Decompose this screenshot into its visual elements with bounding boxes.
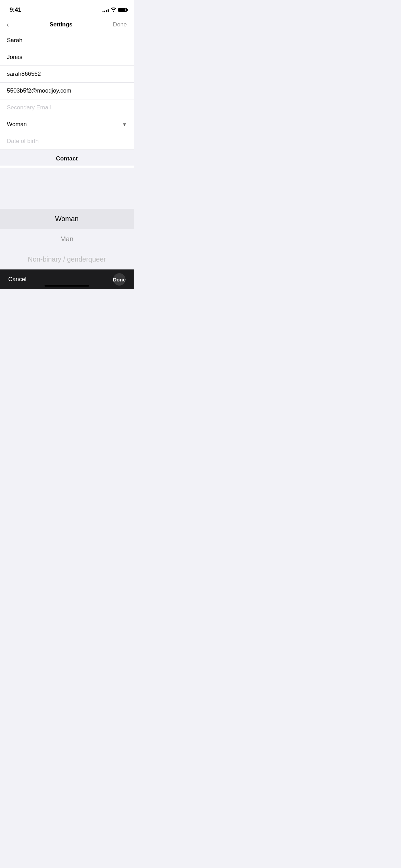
first-name-field[interactable]: Sarah bbox=[0, 32, 134, 49]
cancel-button[interactable]: Cancel bbox=[8, 276, 26, 283]
picker-option-nonbinary-label: Non-binary / genderqueer bbox=[28, 255, 106, 263]
home-indicator bbox=[45, 285, 89, 287]
page-title: Settings bbox=[49, 21, 72, 28]
email-field[interactable]: 5503b5f2@moodjoy.com bbox=[0, 83, 134, 99]
status-bar: 9:41 bbox=[0, 0, 134, 17]
picker-option-nonbinary[interactable]: Non-binary / genderqueer bbox=[0, 249, 134, 269]
username-field[interactable]: sarah866562 bbox=[0, 66, 134, 83]
nav-done-button[interactable]: Done bbox=[113, 21, 127, 28]
contact-label: Contact bbox=[56, 155, 77, 162]
picker-option-man-label: Man bbox=[60, 235, 74, 243]
done-label: Done bbox=[113, 277, 126, 282]
battery-icon bbox=[118, 8, 127, 12]
gender-dropdown[interactable]: Woman ▼ bbox=[0, 116, 134, 133]
picker-option-man[interactable]: Man bbox=[0, 229, 134, 249]
gender-picker: Woman Man Non-binary / genderqueer bbox=[0, 168, 134, 269]
picker-option-woman[interactable]: Woman bbox=[0, 209, 134, 229]
wifi-icon bbox=[111, 8, 116, 13]
picker-spacer bbox=[0, 168, 134, 209]
back-button[interactable]: ‹ bbox=[7, 21, 9, 28]
status-icons bbox=[102, 8, 127, 13]
status-time: 9:41 bbox=[10, 7, 21, 13]
last-name-value: Jonas bbox=[7, 54, 22, 60]
last-name-field[interactable]: Jonas bbox=[0, 49, 134, 66]
username-value: sarah866562 bbox=[7, 71, 41, 77]
secondary-email-placeholder: Secondary Email bbox=[7, 104, 51, 111]
signal-icon bbox=[102, 8, 109, 12]
gender-value: Woman bbox=[7, 121, 27, 128]
dob-placeholder: Date of birth bbox=[7, 138, 39, 144]
dob-field[interactable]: Date of birth bbox=[0, 133, 134, 150]
email-value: 5503b5f2@moodjoy.com bbox=[7, 87, 71, 94]
contact-section-header: Contact bbox=[0, 150, 134, 166]
first-name-value: Sarah bbox=[7, 37, 22, 44]
chevron-down-icon: ▼ bbox=[122, 122, 127, 127]
secondary-email-field[interactable]: Secondary Email bbox=[0, 99, 134, 116]
done-button[interactable]: Done bbox=[113, 273, 125, 286]
nav-bar: ‹ Settings Done bbox=[0, 17, 134, 32]
picker-option-woman-label: Woman bbox=[55, 215, 79, 222]
